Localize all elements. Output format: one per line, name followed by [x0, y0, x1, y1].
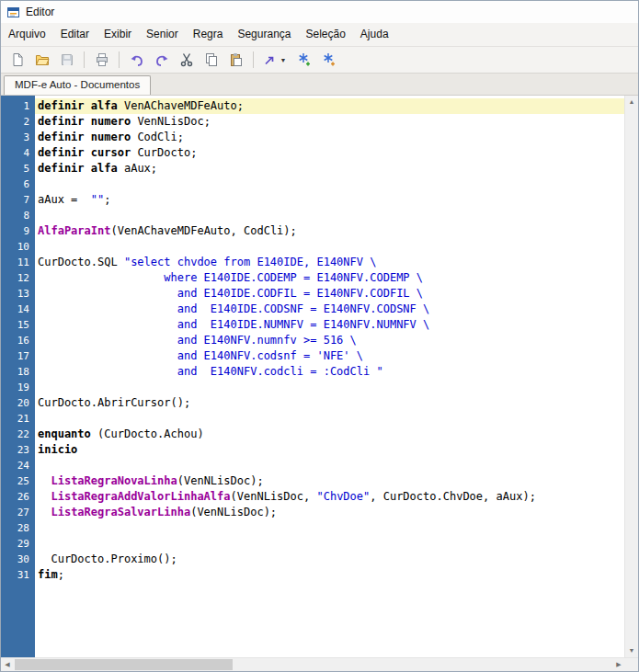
cut-button[interactable]: [175, 50, 198, 71]
new-file-icon: [10, 52, 25, 67]
menu-senior[interactable]: Senior: [139, 23, 186, 46]
code-token: (VenNLisDoc,: [231, 490, 317, 503]
compile-icon: [264, 52, 279, 67]
toolbar-separator: [253, 51, 254, 68]
menu-seguranca[interactable]: Segurança: [230, 23, 298, 46]
menu-editar[interactable]: Editar: [53, 23, 97, 46]
code-token: ;: [58, 568, 64, 581]
code-line[interactable]: CurDocto.Proximo();: [35, 552, 624, 567]
line-number: 9: [1, 223, 35, 239]
code-line[interactable]: definir numero CodCli;: [35, 130, 624, 145]
code-line[interactable]: [35, 177, 624, 192]
line-number: 11: [1, 255, 35, 270]
code-line[interactable]: ListaRegraNovaLinha(VenNLisDoc);: [35, 473, 624, 489]
redo-icon: [154, 52, 169, 67]
code-line[interactable]: and E140IDE.CODSNF = E140NFV.CODSNF \: [35, 302, 624, 317]
code-line[interactable]: definir alfa aAux;: [35, 161, 624, 177]
compile-all-button[interactable]: [317, 50, 340, 71]
undo-icon: [130, 52, 144, 67]
new-button[interactable]: [6, 50, 29, 71]
code-row: 20CurDocto.AbrirCursor();: [1, 395, 624, 411]
code-line[interactable]: definir alfa VenAChaveMDFeAuto;: [35, 98, 624, 114]
code-row: 31fim;: [1, 567, 624, 583]
compile-all-icon: [322, 52, 337, 67]
horizontal-scroll-thumb[interactable]: [15, 659, 233, 670]
line-number: 26: [1, 489, 35, 505]
menu-ajuda[interactable]: Ajuda: [353, 23, 396, 46]
code-token: ListaRegraSalvarLinha: [51, 506, 190, 518]
code-line[interactable]: [35, 520, 624, 536]
code-token: aAux =: [38, 193, 91, 206]
code-token: and E140IDE.CODFIL = E140NFV.CODFIL \: [38, 287, 423, 300]
line-number: 30: [1, 552, 35, 567]
code-line[interactable]: and E140NFV.numnfv >= 516 \: [35, 333, 624, 348]
line-number: 17: [1, 348, 35, 364]
scroll-down-arrow-icon[interactable]: ▼: [625, 644, 638, 657]
code-token: and E140NFV.codsnf = 'NFE' \: [38, 349, 363, 362]
code-line[interactable]: CurDocto.SQL "select chvdoe from E140IDE…: [35, 255, 624, 270]
vertical-scrollbar[interactable]: ▲ ▼: [624, 96, 638, 657]
code-token: ListaRegraNovaLinha: [51, 474, 177, 487]
compile-button[interactable]: ▼: [259, 50, 291, 71]
syntax-check-icon: [297, 52, 312, 67]
paste-button[interactable]: [224, 50, 247, 71]
code-token: CurDocto;: [131, 146, 197, 159]
horizontal-scrollbar[interactable]: ◀ ▶: [1, 658, 625, 671]
line-number: 8: [1, 208, 35, 223]
title-bar: Editor: [1, 1, 638, 23]
code-row: 16 and E140NFV.numnfv >= 516 \: [1, 333, 624, 348]
code-line[interactable]: ListaRegraAddValorLinhaAlfa(VenNLisDoc, …: [35, 489, 624, 505]
code-line[interactable]: fim;: [35, 567, 624, 583]
code-line[interactable]: AlfaParaInt(VenAChaveMDFeAuto, CodCli);: [35, 223, 624, 239]
redo-button[interactable]: [150, 50, 173, 71]
menu-regra[interactable]: Regra: [186, 23, 231, 46]
open-button[interactable]: [30, 50, 53, 71]
code-token: aAux;: [118, 162, 157, 175]
menu-exibir[interactable]: Exibir: [97, 23, 139, 46]
code-line[interactable]: and E140IDE.CODFIL = E140NFV.CODFIL \: [35, 286, 624, 302]
code-line[interactable]: [35, 411, 624, 427]
code-token: and E140NFV.codcli = :CodCli ": [38, 365, 383, 378]
copy-button[interactable]: [200, 50, 223, 71]
syntax-check-button[interactable]: [292, 50, 315, 71]
code-line[interactable]: [35, 239, 624, 255]
code-line[interactable]: and E140NFV.codcli = :CodCli ": [35, 364, 624, 380]
line-number: 7: [1, 192, 35, 208]
scroll-right-arrow-icon[interactable]: ▶: [612, 658, 625, 671]
code-line[interactable]: [35, 208, 624, 223]
code-line[interactable]: ListaRegraSalvarLinha(VenNLisDoc);: [35, 505, 624, 520]
menu-selecao[interactable]: Seleção: [298, 23, 352, 46]
code-row: 5definir alfa aAux;: [1, 161, 624, 177]
code-line[interactable]: [35, 458, 624, 473]
toolbar: ▼: [1, 47, 638, 74]
code-line[interactable]: inicio: [35, 442, 624, 458]
code-row: 1definir alfa VenAChaveMDFeAuto;: [1, 98, 624, 114]
tab-label: MDF-e Auto - Documentos: [15, 79, 140, 90]
undo-button[interactable]: [125, 50, 148, 71]
code-line[interactable]: and E140NFV.codsnf = 'NFE' \: [35, 348, 624, 364]
code-row: 24: [1, 458, 624, 473]
save-button[interactable]: [55, 50, 78, 71]
code-line[interactable]: definir numero VenNLisDoc;: [35, 114, 624, 130]
code-line[interactable]: enquanto (CurDocto.Achou): [35, 427, 624, 442]
tab-mdfe-auto-documentos[interactable]: MDF-e Auto - Documentos: [4, 75, 151, 95]
code-line[interactable]: definir cursor CurDocto;: [35, 145, 624, 161]
code-line[interactable]: [35, 380, 624, 395]
code-row: 6: [1, 177, 624, 192]
code-line[interactable]: where E140IDE.CODEMP = E140NFV.CODEMP \: [35, 270, 624, 286]
scroll-left-arrow-icon[interactable]: ◀: [1, 658, 14, 671]
bottom-scroll-row: ◀ ▶: [1, 657, 638, 671]
toolbar-separator: [119, 51, 120, 68]
code-line[interactable]: and E140IDE.NUMNFV = E140NFV.NUMNFV \: [35, 317, 624, 333]
code-line[interactable]: [35, 536, 624, 552]
line-number: 3: [1, 130, 35, 145]
print-button[interactable]: [90, 50, 113, 71]
scroll-up-arrow-icon[interactable]: ▲: [625, 96, 638, 108]
menu-arquivo[interactable]: Arquivo: [1, 23, 53, 46]
code-line[interactable]: aAux = "";: [35, 192, 624, 208]
code-line[interactable]: CurDocto.AbrirCursor();: [35, 395, 624, 411]
code-row: 10: [1, 239, 624, 255]
line-number: 25: [1, 473, 35, 489]
code-row: 15 and E140IDE.NUMNFV = E140NFV.NUMNFV \: [1, 317, 624, 333]
code-area[interactable]: 1definir alfa VenAChaveMDFeAuto;2definir…: [1, 96, 624, 657]
